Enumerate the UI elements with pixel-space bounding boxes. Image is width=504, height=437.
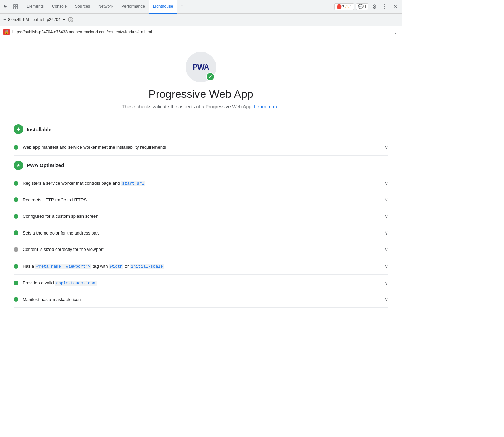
audit-theme-text: Sets a theme color for the address bar. bbox=[23, 230, 381, 237]
chevron-icon-viewport: ∨ bbox=[385, 247, 388, 252]
pwa-optimized-icon: ★ bbox=[14, 161, 23, 170]
pwa-subtitle: These checks validate the aspects of a P… bbox=[122, 104, 280, 109]
chevron-icon-splash: ∨ bbox=[385, 214, 388, 219]
tab-console[interactable]: Console bbox=[48, 0, 71, 14]
audit-theme-color[interactable]: Sets a theme color for the address bar. … bbox=[14, 225, 388, 242]
meta-code: <meta name="viewport"> bbox=[35, 264, 91, 269]
pwa-check-badge bbox=[206, 72, 215, 81]
audit-apple-text: Provides a valid apple-touch-icon bbox=[23, 280, 381, 286]
chevron-icon-https: ∨ bbox=[385, 197, 388, 202]
audit-https[interactable]: Redirects HTTP traffic to HTTPS ∨ bbox=[14, 192, 388, 209]
chevron-icon-apple: ∨ bbox=[385, 280, 388, 286]
inspect-icon[interactable] bbox=[12, 3, 20, 11]
tab-sources[interactable]: Sources bbox=[71, 0, 94, 14]
audit-splash[interactable]: Configured for a custom splash screen ∨ bbox=[14, 208, 388, 225]
error-badge[interactable]: 🔴 7 ⚠ 1 bbox=[334, 3, 354, 10]
tab-more[interactable]: » bbox=[177, 0, 188, 14]
audit-https-text: Redirects HTTP traffic to HTTPS bbox=[23, 197, 381, 204]
installable-section-header: + Installable bbox=[14, 120, 388, 139]
apple-prefix: Provides a valid bbox=[23, 280, 54, 285]
new-tab-icon[interactable]: + bbox=[3, 17, 6, 23]
devtools-tab-bar: Elements Console Sources Network Perform… bbox=[0, 0, 402, 14]
audit-dot-sw bbox=[14, 181, 18, 186]
chevron-icon-mask: ∨ bbox=[385, 297, 388, 302]
message-icon: 💬 bbox=[358, 4, 364, 9]
tab-elements[interactable]: Elements bbox=[23, 0, 48, 14]
no-throttle-icon: ⊘ bbox=[68, 17, 73, 22]
pwa-logo: PWA bbox=[186, 52, 216, 82]
audit-dot-https bbox=[14, 197, 18, 202]
security-warning-icon: 🔒 bbox=[3, 29, 10, 35]
learn-more-link[interactable]: Learn more bbox=[254, 104, 279, 109]
main-content: PWA Progressive Web App These checks val… bbox=[0, 38, 402, 315]
apple-code: apple-touch-icon bbox=[55, 281, 96, 286]
pwa-optimized-section-header: ★ PWA Optimized bbox=[14, 156, 388, 175]
audit-dot-apple bbox=[14, 281, 18, 285]
audit-maskable[interactable]: Manifest has a maskable icon ∨ bbox=[14, 291, 388, 308]
audit-viewport-size[interactable]: Content is sized correctly for the viewp… bbox=[14, 241, 388, 258]
message-count: 1 bbox=[364, 5, 366, 9]
more-options-icon[interactable]: ⋮ bbox=[381, 3, 389, 11]
svg-rect-1 bbox=[16, 5, 18, 6]
audit-apple-touch[interactable]: Provides a valid apple-touch-icon ∨ bbox=[14, 275, 388, 291]
tab-network[interactable]: Network bbox=[94, 0, 117, 14]
session-bar: + 8:05:49 PM - publish-p24704- ▾ ⊘ bbox=[0, 14, 402, 26]
sw-code: start_url bbox=[121, 181, 145, 186]
meta-code3: initial-scale bbox=[130, 264, 164, 269]
audit-dot-splash bbox=[14, 214, 18, 219]
sw-text-prefix: Registers a service worker that controls… bbox=[23, 181, 120, 186]
url-row: 🔒 https://publish-p24704-e76433.adobeaem… bbox=[0, 26, 402, 38]
chevron-icon: ∨ bbox=[385, 145, 388, 150]
svg-rect-3 bbox=[16, 7, 18, 9]
installable-icon: + bbox=[14, 124, 23, 134]
warning-icon: ⚠ bbox=[345, 4, 349, 9]
audit-maskable-text: Manifest has a maskable icon bbox=[23, 296, 381, 303]
chevron-icon-theme: ∨ bbox=[385, 230, 388, 236]
audit-dot-mask bbox=[14, 297, 18, 302]
svg-rect-2 bbox=[14, 7, 15, 9]
subtitle-text: These checks validate the aspects of a P… bbox=[122, 104, 253, 109]
dropdown-icon[interactable]: ▾ bbox=[63, 17, 65, 22]
audit-dot-viewport-gray bbox=[14, 247, 18, 252]
url-more-icon[interactable]: ⋮ bbox=[393, 29, 398, 35]
audit-meta-viewport[interactable]: Has a <meta name="viewport"> tag with wi… bbox=[14, 258, 388, 275]
audit-dot-theme bbox=[14, 230, 18, 235]
cursor-icon[interactable] bbox=[1, 3, 10, 11]
error-count: 7 bbox=[342, 5, 344, 9]
page-url: https://publish-p24704-e76433.adobeaemcl… bbox=[12, 30, 390, 34]
warning-count: 1 bbox=[350, 5, 352, 9]
message-badge[interactable]: 💬 1 bbox=[356, 3, 368, 10]
tab-right-icons: 🔴 7 ⚠ 1 💬 1 ⚙ ⋮ ✕ bbox=[334, 3, 399, 11]
audit-installability[interactable]: Web app manifest and service worker meet… bbox=[14, 139, 388, 156]
session-text: 8:05:49 PM - publish-p24704- bbox=[8, 17, 62, 22]
meta-or: or bbox=[125, 263, 129, 269]
tab-performance[interactable]: Performance bbox=[117, 0, 149, 14]
settings-icon[interactable]: ⚙ bbox=[370, 3, 379, 11]
close-icon[interactable]: ✕ bbox=[391, 3, 399, 11]
audit-meta-text: Has a <meta name="viewport"> tag with wi… bbox=[23, 263, 381, 270]
meta-middle: tag with bbox=[93, 263, 108, 269]
audit-sw-text: Registers a service worker that controls… bbox=[23, 180, 381, 187]
tab-lighthouse[interactable]: Lighthouse bbox=[149, 0, 177, 14]
installable-title: Installable bbox=[27, 126, 51, 132]
pwa-optimized-title: PWA Optimized bbox=[27, 162, 64, 168]
error-icon: 🔴 bbox=[336, 4, 342, 9]
tab-left-icons bbox=[1, 3, 20, 11]
meta-code2: width bbox=[109, 264, 123, 269]
session-label: + 8:05:49 PM - publish-p24704- ▾ bbox=[3, 17, 65, 23]
pwa-logo-text: PWA bbox=[193, 63, 209, 72]
subtitle-period: . bbox=[279, 104, 280, 109]
audit-dot-green bbox=[14, 145, 18, 150]
pwa-header: PWA Progressive Web App These checks val… bbox=[14, 45, 388, 120]
audit-installability-text: Web app manifest and service worker meet… bbox=[23, 144, 381, 151]
chevron-icon-meta: ∨ bbox=[385, 263, 388, 269]
audit-splash-text: Configured for a custom splash screen bbox=[23, 213, 381, 220]
meta-prefix: Has a bbox=[23, 263, 34, 269]
audit-dot-meta bbox=[14, 264, 18, 269]
svg-rect-0 bbox=[14, 5, 15, 6]
audit-viewport-text: Content is sized correctly for the viewp… bbox=[23, 246, 381, 253]
page-title: Progressive Web App bbox=[148, 88, 253, 101]
chevron-icon-sw: ∨ bbox=[385, 181, 388, 186]
audit-service-worker[interactable]: Registers a service worker that controls… bbox=[14, 175, 388, 192]
